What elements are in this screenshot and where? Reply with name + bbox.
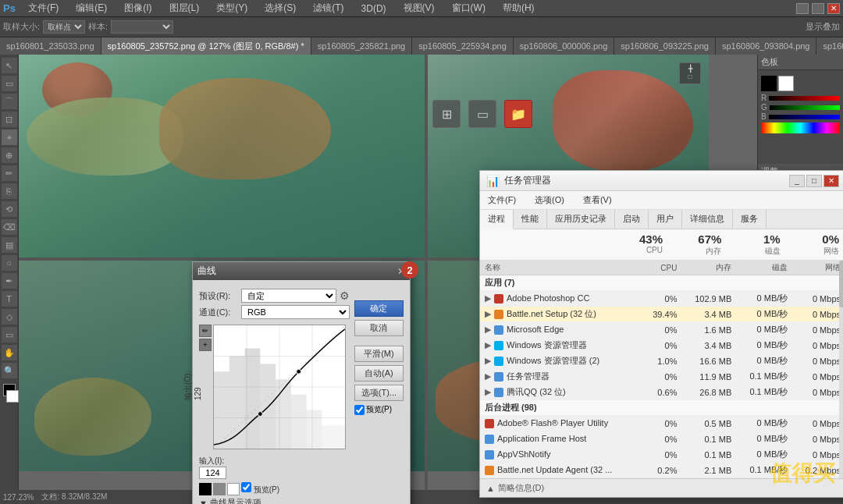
- menu-file[interactable]: 文件(F): [23, 0, 63, 16]
- white-eyedropper[interactable]: [227, 483, 240, 495]
- move-tool[interactable]: ↖: [2, 58, 17, 73]
- tm-tab-performance[interactable]: 性能: [514, 210, 547, 229]
- preview-checkbox[interactable]: [354, 405, 365, 415]
- tm-tab-users[interactable]: 用户: [649, 210, 682, 229]
- col-mem[interactable]: 内存: [681, 261, 736, 275]
- tm-tab-services[interactable]: 服务: [733, 210, 767, 229]
- brush-tool[interactable]: ✏: [2, 165, 17, 181]
- foreground-swatch[interactable]: [761, 76, 777, 91]
- color-spectrum[interactable]: [761, 122, 840, 133]
- tab-0[interactable]: sp160801_235033.png: [0, 37, 101, 55]
- clone-tool[interactable]: ⎘: [2, 183, 17, 199]
- tm-tab-startup[interactable]: 启动: [615, 210, 649, 229]
- curves-cancel-btn[interactable]: 取消: [354, 320, 404, 336]
- table-row[interactable]: ▶腾讯QQ (32 位) 0.6% 26.8 MB 0.1 MB/秒 0 Mbp…: [480, 385, 843, 400]
- zoom-tool[interactable]: 🔍: [2, 363, 17, 378]
- tm-tab-app-history[interactable]: 应用历史记录: [547, 210, 615, 229]
- folder-view-btn[interactable]: 📁: [504, 100, 532, 128]
- tab-3[interactable]: sp160805_225934.png: [412, 37, 514, 55]
- lasso-tool[interactable]: ⌒: [2, 94, 17, 109]
- menu-3d[interactable]: 3D(D): [357, 2, 391, 16]
- table-row[interactable]: Application Frame Host 0% 0.1 MB 0 MB/秒 …: [480, 431, 843, 447]
- hand-tool[interactable]: ✋: [2, 345, 17, 360]
- menu-type[interactable]: 类型(Y): [212, 0, 252, 16]
- shape-tool[interactable]: ▭: [2, 327, 17, 343]
- tm-menu-file[interactable]: 文件(F): [483, 193, 521, 208]
- close-btn[interactable]: ✕: [827, 3, 840, 14]
- menu-filter[interactable]: 滤镜(T): [308, 0, 348, 16]
- eraser-tool[interactable]: ⌫: [2, 219, 17, 235]
- curve-point-tool[interactable]: +: [199, 339, 212, 351]
- show-clipping-checkbox[interactable]: [241, 482, 251, 492]
- tm-menu-options[interactable]: 选项(O): [530, 193, 569, 208]
- col-disk[interactable]: 磁盘: [736, 261, 792, 275]
- image-view-btn[interactable]: ▭: [468, 100, 496, 128]
- sample-select[interactable]: [111, 20, 173, 34]
- tm-scrollbar[interactable]: [839, 261, 843, 478]
- menu-layer[interactable]: 图层(L): [165, 0, 205, 16]
- tab-4[interactable]: sp160806_000006.png: [514, 37, 615, 55]
- tm-close-btn[interactable]: ✕: [823, 175, 839, 187]
- table-row[interactable]: ▶Microsoft Edge 0% 1.6 MB 0 MB/秒 0 Mbps: [480, 322, 843, 338]
- background-swatch[interactable]: [778, 76, 794, 91]
- input-value[interactable]: [199, 467, 226, 479]
- table-row[interactable]: ▶Battle.net Setup (32 位) 39.4% 3.4 MB 0 …: [480, 307, 843, 322]
- gradient-tool[interactable]: ▤: [2, 237, 17, 253]
- dodge-tool[interactable]: ○: [2, 255, 17, 271]
- tm-scrollbar-thumb[interactable]: [839, 261, 843, 307]
- text-tool[interactable]: T: [2, 291, 17, 307]
- green-slider[interactable]: [770, 105, 840, 110]
- eyedropper-tool[interactable]: ⌖: [2, 130, 17, 145]
- path-tool[interactable]: ◇: [2, 309, 17, 325]
- col-cpu[interactable]: CPU: [642, 261, 681, 275]
- curves-canvas-area[interactable]: [213, 325, 346, 449]
- select-tool[interactable]: ▭: [2, 76, 17, 91]
- tm-footer-text[interactable]: 简略信息(D): [498, 482, 544, 494]
- table-row[interactable]: Adobe® Flash® Player Utility 0% 0.5 MB 0…: [480, 416, 843, 431]
- curves-options-btn[interactable]: 选项(T)...: [354, 385, 404, 401]
- menu-edit[interactable]: 编辑(E): [71, 0, 112, 16]
- col-net[interactable]: 网络: [792, 261, 843, 275]
- preset-select[interactable]: 自定: [241, 289, 336, 303]
- tm-minimize-btn[interactable]: _: [789, 175, 805, 187]
- table-row[interactable]: ▶任务管理器 0% 11.9 MB 0.1 MB/秒 0 Mbps: [480, 369, 843, 385]
- tab-5[interactable]: sp160806_093225.png: [614, 37, 716, 55]
- col-name[interactable]: 名称: [480, 261, 642, 275]
- tm-maximize-btn[interactable]: □: [806, 175, 822, 187]
- tab-2[interactable]: sp160805_235821.png: [311, 37, 413, 55]
- menu-view[interactable]: 视图(V): [399, 0, 439, 16]
- gray-eyedropper[interactable]: [213, 483, 226, 495]
- crop-tool[interactable]: ⊡: [2, 112, 17, 127]
- table-row[interactable]: ▶Windows 资源管理器 0% 3.4 MB 0 MB/秒 0 Mbps: [480, 338, 843, 353]
- channel-select[interactable]: RGB: [241, 305, 350, 319]
- pen-tool[interactable]: ✒: [2, 273, 17, 289]
- tab-1[interactable]: sp160805_235752.png @ 127% (图层 0, RGB/8#…: [101, 37, 311, 55]
- tm-tab-details[interactable]: 详细信息: [682, 210, 733, 229]
- curve-draw-tool[interactable]: ✏: [199, 325, 212, 337]
- tm-menu-view[interactable]: 查看(V): [578, 193, 617, 208]
- blue-slider[interactable]: [769, 115, 840, 119]
- grid-view-btn[interactable]: ⊞: [432, 100, 461, 128]
- curves-ok-btn[interactable]: 确定: [354, 300, 404, 317]
- tab-7[interactable]: sp160806_094417.png: [816, 37, 843, 55]
- tm-tab-process[interactable]: 进程: [480, 210, 514, 229]
- menu-window[interactable]: 窗口(W): [447, 0, 490, 16]
- menu-image[interactable]: 图像(I): [119, 0, 156, 16]
- tab-6[interactable]: sp160806_093804.png: [716, 37, 817, 55]
- history-tool[interactable]: ⟲: [2, 201, 17, 217]
- background-color[interactable]: [6, 390, 19, 403]
- table-row[interactable]: ▶Adobe Photoshop CC 0% 102.9 MB 0 MB/秒 0…: [480, 291, 843, 307]
- maximize-btn[interactable]: [812, 3, 824, 14]
- black-eyedropper[interactable]: [199, 483, 212, 495]
- sample-size-select[interactable]: 取样点: [43, 20, 85, 34]
- preset-settings-icon[interactable]: ⚙: [340, 289, 350, 302]
- curves-smooth-btn[interactable]: 平滑(M): [354, 346, 404, 362]
- table-row[interactable]: ▶Windows 资源管理器 (2) 1.0% 16.6 MB 0 MB/秒 0…: [480, 353, 843, 369]
- curves-title-bar[interactable]: 曲线 ✕: [193, 262, 410, 280]
- minimize-btn[interactable]: [796, 3, 809, 14]
- red-slider[interactable]: [769, 96, 840, 101]
- curves-auto-btn[interactable]: 自动(A): [354, 365, 404, 382]
- menu-help[interactable]: 帮助(H): [498, 0, 539, 16]
- heal-tool[interactable]: ⊕: [2, 147, 17, 163]
- menu-select[interactable]: 选择(S): [260, 0, 301, 16]
